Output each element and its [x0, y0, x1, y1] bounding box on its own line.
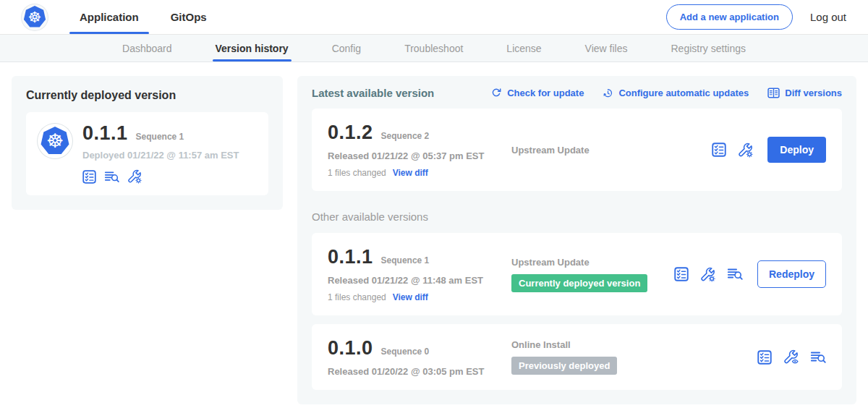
- app-logo: ☸: [38, 124, 72, 158]
- released-timestamp: Released 01/20/22 @ 03:05 pm EST: [328, 366, 511, 377]
- panel-title: Currently deployed version: [26, 89, 268, 102]
- preflight-checklist-icon[interactable]: [757, 350, 772, 365]
- version-row-actions: Deploy: [712, 137, 826, 163]
- tab-dashboard[interactable]: Dashboard: [121, 35, 174, 61]
- redeploy-button[interactable]: Redeploy: [757, 260, 826, 288]
- tab-view-files[interactable]: View files: [584, 35, 629, 61]
- wrench-gear-icon[interactable]: [738, 143, 753, 158]
- version-row-0-1-1: 0.1.1 Sequence 1 Released 01/21/22 @ 11:…: [312, 233, 842, 315]
- version-source: Online Install Previously deployed: [511, 339, 757, 375]
- tab-label: License: [506, 43, 541, 54]
- nav-tab-gitops[interactable]: GitOps: [155, 0, 223, 34]
- sequence-label: Sequence 1: [381, 255, 430, 265]
- current-version-details: 0.1.1 Sequence 1 Deployed 01/21/22 @ 11:…: [82, 122, 239, 184]
- released-timestamp: Released 01/21/22 @ 05:37 pm EST: [328, 150, 511, 161]
- latest-version-header: Latest available version Check for updat…: [312, 87, 842, 99]
- link-label: Configure automatic updates: [618, 88, 749, 98]
- version-info: 0.1.1 Sequence 1 Released 01/21/22 @ 11:…: [328, 246, 511, 302]
- released-timestamp: Released 01/21/22 @ 11:48 am EST: [328, 275, 511, 286]
- tab-label: Registry settings: [671, 43, 746, 54]
- version-info: 0.1.0 Sequence 0 Released 01/20/22 @ 03:…: [328, 337, 511, 377]
- sequence-label: Sequence 1: [136, 132, 184, 142]
- source-label: Upstream Update: [511, 145, 705, 156]
- preflight-checklist-icon[interactable]: [674, 267, 689, 281]
- wrench-eye-icon[interactable]: [783, 349, 799, 365]
- version-number: 0.1.2: [328, 122, 373, 144]
- files-changed-label: 1 files changed: [328, 292, 386, 302]
- main-content: Currently deployed version ☸ 0.1.1 Seque…: [0, 62, 868, 404]
- logout-button[interactable]: Log out: [810, 11, 846, 23]
- tab-registry-settings[interactable]: Registry settings: [670, 35, 747, 61]
- preflight-checklist-icon[interactable]: [712, 143, 726, 157]
- other-versions-title: Other available versions: [312, 211, 842, 223]
- logs-magnifier-icon[interactable]: [727, 267, 743, 281]
- kubernetes-logo: ☸: [22, 4, 48, 30]
- preflight-checklist-icon[interactable]: [82, 170, 96, 184]
- kubernetes-helm-icon: ☸: [41, 127, 69, 156]
- source-label: Upstream Update: [511, 257, 667, 268]
- version-info: 0.1.2 Sequence 2 Released 01/21/22 @ 05:…: [328, 122, 511, 178]
- version-source: Upstream Update: [511, 145, 712, 156]
- navbar-right: Add a new application Log out: [666, 0, 846, 34]
- latest-version-title: Latest available version: [312, 87, 434, 99]
- kubernetes-helm-icon: ☸: [24, 6, 46, 28]
- wrench-gear-icon[interactable]: [127, 169, 142, 184]
- tab-label: View files: [585, 43, 628, 54]
- tab-label: Config: [332, 43, 361, 54]
- nav-tab-label: Application: [80, 11, 139, 23]
- add-new-application-button[interactable]: Add a new application: [666, 4, 793, 30]
- version-number: 0.1.0: [328, 337, 373, 360]
- currently-deployed-panel: Currently deployed version ☸ 0.1.1 Seque…: [12, 76, 283, 210]
- tab-troubleshoot[interactable]: Troubleshoot: [403, 35, 464, 61]
- files-changed-label: 1 files changed: [328, 168, 386, 178]
- link-label: Diff versions: [785, 88, 842, 98]
- diff-versions-link[interactable]: Diff versions: [767, 87, 842, 99]
- current-version-card: ☸ 0.1.1 Sequence 1 Deployed 01/21/22 @ 1…: [26, 112, 268, 195]
- version-row-actions: [757, 349, 826, 365]
- tab-label: Version history: [216, 43, 289, 54]
- tab-version-history[interactable]: Version history: [214, 35, 290, 61]
- previously-deployed-badge: Previously deployed: [511, 357, 617, 375]
- version-number: 0.1.1: [328, 246, 373, 268]
- version-number: 0.1.1: [82, 122, 128, 145]
- deployed-timestamp: Deployed 01/21/22 @ 11:57 am EST: [82, 150, 239, 161]
- wrench-gear-icon[interactable]: [700, 267, 715, 282]
- nav-tab-label: GitOps: [171, 11, 207, 23]
- version-row-0-1-0: 0.1.0 Sequence 0 Released 01/20/22 @ 03:…: [312, 324, 842, 390]
- nav-tab-application[interactable]: Application: [64, 0, 155, 34]
- version-actions: Check for update Configure automatic upd…: [491, 87, 842, 99]
- version-history-panel: Latest available version Check for updat…: [297, 76, 856, 404]
- tab-label: Troubleshoot: [404, 43, 463, 54]
- check-for-update-link[interactable]: Check for update: [491, 88, 584, 98]
- deploy-button[interactable]: Deploy: [767, 137, 826, 163]
- view-diff-link[interactable]: View diff: [393, 292, 428, 302]
- subnav: Dashboard Version history Config Trouble…: [0, 35, 868, 62]
- logs-magnifier-icon[interactable]: [810, 350, 826, 365]
- version-source: Upstream Update Currently deployed versi…: [511, 257, 674, 292]
- version-row-0-1-2: 0.1.2 Sequence 2 Released 01/21/22 @ 05:…: [312, 109, 842, 191]
- sequence-label: Sequence 2: [381, 131, 430, 141]
- refresh-icon: [491, 88, 502, 98]
- diff-icon: [767, 87, 780, 99]
- sequence-label: Sequence 0: [381, 347, 430, 357]
- tab-license[interactable]: License: [505, 35, 542, 61]
- tab-config[interactable]: Config: [331, 35, 362, 61]
- view-diff-link[interactable]: View diff: [393, 168, 428, 178]
- tab-label: Dashboard: [122, 43, 172, 54]
- link-label: Check for update: [507, 88, 584, 98]
- top-navbar: ☸ Application GitOps Add a new applicati…: [0, 0, 868, 35]
- configure-automatic-updates-link[interactable]: Configure automatic updates: [603, 88, 749, 98]
- schedule-icon: [603, 88, 613, 98]
- currently-deployed-badge: Currently deployed version: [511, 274, 647, 292]
- logs-magnifier-icon[interactable]: [104, 170, 119, 184]
- source-label: Online Install: [511, 339, 750, 350]
- version-row-actions: Redeploy: [674, 260, 826, 288]
